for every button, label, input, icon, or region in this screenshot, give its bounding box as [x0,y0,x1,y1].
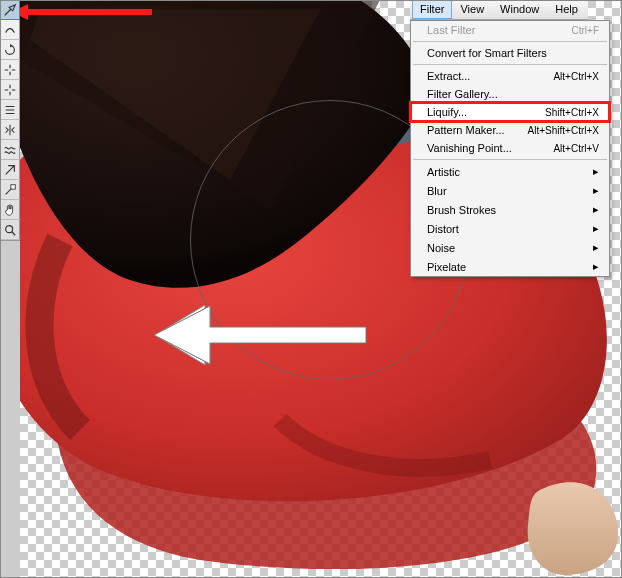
menu-item-last-filter: Last Filter Ctrl+F [411,21,609,39]
push-left-tool[interactable] [0,100,20,120]
menu-item-blur[interactable]: Blur [411,181,609,200]
turbulence-tool[interactable] [0,140,20,160]
menu-item-shortcut: Ctrl+F [572,25,600,36]
menu-item-label: Brush Strokes [427,204,496,216]
menu-view[interactable]: View [452,0,492,19]
menu-item-label: Pattern Maker... [427,124,505,136]
menu-filter[interactable]: Filter [412,0,452,19]
twirl-clockwise-tool[interactable] [0,40,20,60]
svg-marker-5 [12,4,152,20]
menu-item-label: Liquify... [427,106,467,118]
menu-item-label: Filter Gallery... [427,88,498,100]
menu-separator [413,159,607,160]
svg-point-8 [6,225,13,232]
zoom-tool[interactable] [0,220,20,240]
menu-item-shortcut: Alt+Ctrl+V [553,143,599,154]
reconstruct-tool[interactable] [0,20,20,40]
menu-item-pattern-maker[interactable]: Pattern Maker... Alt+Shift+Ctrl+X [411,121,609,139]
callout-arrow-icon [12,4,152,20]
svg-marker-4 [154,306,366,364]
menu-separator [413,41,607,42]
menu-window[interactable]: Window [492,0,547,19]
menu-item-shortcut: Alt+Shift+Ctrl+X [528,125,599,136]
svg-rect-7 [11,184,15,188]
menu-item-shortcut: Shift+Ctrl+X [545,107,599,118]
pucker-tool[interactable] [0,60,20,80]
menu-item-vanishing-point[interactable]: Vanishing Point... Alt+Ctrl+V [411,139,609,157]
menu-help[interactable]: Help [547,0,586,19]
menu-item-convert-smart-filters[interactable]: Convert for Smart Filters [411,44,609,62]
menubar: Filter View Window Help [410,0,588,20]
menu-item-extract[interactable]: Extract... Alt+Ctrl+X [411,67,609,85]
menu-item-pixelate[interactable]: Pixelate [411,257,609,276]
menu-item-brush-strokes[interactable]: Brush Strokes [411,200,609,219]
menu-item-label: Extract... [427,70,470,82]
svg-line-9 [12,231,16,235]
freeze-mask-tool[interactable] [0,160,20,180]
mirror-tool[interactable] [0,120,20,140]
menu-item-label: Distort [427,223,459,235]
menu-separator [413,64,607,65]
bloat-tool[interactable] [0,80,20,100]
menu-item-label: Pixelate [427,261,466,273]
menu-item-label: Vanishing Point... [427,142,512,154]
menu-item-shortcut: Alt+Ctrl+X [553,71,599,82]
hand-tool[interactable] [0,200,20,220]
liquify-toolbar [0,0,20,241]
menu-item-label: Noise [427,242,455,254]
menu-item-liquify[interactable]: Liquify... Shift+Ctrl+X [411,103,609,121]
submenu-arrow-icon [587,260,599,273]
thaw-mask-tool[interactable] [0,180,20,200]
menu-item-noise[interactable]: Noise [411,238,609,257]
svg-marker-6 [10,43,13,47]
submenu-arrow-icon [587,165,599,178]
filter-dropdown: Last Filter Ctrl+F Convert for Smart Fil… [410,20,610,277]
menu-item-label: Artistic [427,166,460,178]
direction-arrow-icon [150,300,370,370]
menu-item-label: Last Filter [427,24,475,36]
submenu-arrow-icon [587,184,599,197]
menu-item-label: Blur [427,185,447,197]
submenu-arrow-icon [587,222,599,235]
menu-item-filter-gallery[interactable]: Filter Gallery... [411,85,609,103]
forward-warp-tool[interactable] [0,0,20,20]
menu-item-distort[interactable]: Distort [411,219,609,238]
submenu-arrow-icon [587,203,599,216]
submenu-arrow-icon [587,241,599,254]
menu-item-artistic[interactable]: Artistic [411,162,609,181]
menu-item-label: Convert for Smart Filters [427,47,547,59]
